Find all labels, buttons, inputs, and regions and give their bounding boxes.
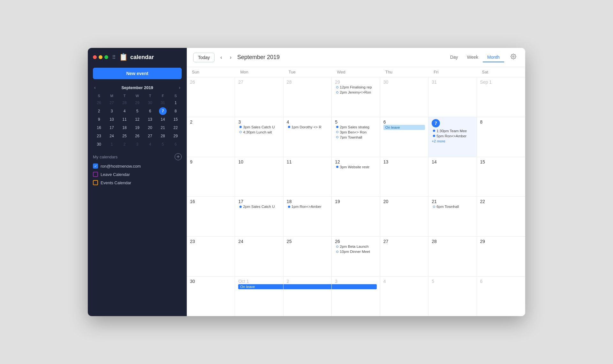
mini-day-today[interactable]: 7 [159,107,167,115]
today-button[interactable]: Today [193,53,215,62]
event[interactable]: 2pm Sales strateg [335,125,376,129]
close-button[interactable] [93,55,97,59]
day-cell[interactable]: 24 [235,237,283,276]
event[interactable]: 3pm Ben<> Ron [335,130,376,134]
calendar-item-events[interactable]: Events Calendar [93,180,182,185]
day-cell[interactable]: 8 [477,117,525,157]
event-bar[interactable]: On leave [383,125,425,130]
mini-day[interactable]: 26 [133,132,141,140]
event[interactable]: 1pm Dorothy <> R [287,125,328,129]
day-cell[interactable]: 18 1pm Ron<>Amber [284,197,332,236]
mini-day[interactable]: 12 [133,116,141,123]
mini-day[interactable]: 3 [133,140,141,148]
day-cell[interactable]: 4 1pm Dorothy <> R [284,117,332,157]
mini-day[interactable]: 2 [95,107,103,115]
event[interactable]: 12pm Finalising rep [335,85,376,89]
day-cell[interactable]: 14 [428,157,477,197]
day-cell[interactable]: Oct 1 On leave [235,277,283,316]
mini-day[interactable]: 22 [172,124,179,132]
mini-day[interactable]: 28 [121,99,128,107]
day-cell[interactable]: 19 [332,197,380,236]
day-cell[interactable]: 13 [380,157,428,197]
day-cell[interactable]: 28 [284,77,332,117]
mini-day[interactable]: 9 [95,116,103,123]
mini-day[interactable]: 3 [108,107,116,115]
mini-day[interactable]: 18 [121,124,128,132]
calendar-item-leave[interactable]: Leave Calendar [93,172,182,177]
day-cell[interactable]: 21 6pm Townhall [428,197,477,236]
mini-day[interactable]: 14 [159,116,167,123]
day-cell[interactable]: 26 2pm Beta Launch 10pm Dinner Meet [332,237,380,276]
event[interactable]: 2pm Beta Launch [335,244,376,249]
mini-day[interactable]: 1 [172,99,179,107]
day-cell[interactable]: 5 [428,277,477,316]
mini-day[interactable]: 21 [159,124,167,132]
day-cell[interactable]: 15 [477,157,525,197]
event[interactable]: 6pm Townhall [432,204,473,209]
mini-day[interactable]: 1 [108,140,116,148]
day-cell[interactable]: 6 [477,277,525,316]
mini-day[interactable]: 30 [95,140,103,148]
event[interactable]: 10pm Dinner Meet [335,249,376,254]
mini-day[interactable]: 17 [108,124,116,132]
event-bar-on-leave-end[interactable] [332,284,376,289]
day-cell[interactable]: Sep 1 [477,77,525,117]
event[interactable]: 1:30pm Team Mee [432,129,473,133]
day-cell[interactable]: 12 3pm Website restr [332,157,380,197]
mini-day[interactable]: 31 [159,99,167,107]
event[interactable]: 3pm Website restr [335,165,376,169]
minimize-button[interactable] [99,55,102,59]
mini-next-button[interactable]: › [178,84,182,91]
day-cell[interactable]: 3 3pm Sales Catch U 4:30pm Lunch wit [235,117,283,157]
day-cell[interactable]: 10 [235,157,283,197]
mini-day[interactable]: 29 [172,132,179,140]
calendar-checkbox-events[interactable] [93,180,98,185]
event-bar-on-leave[interactable]: On leave [238,284,283,289]
mini-day[interactable]: 30 [146,99,154,107]
event[interactable]: 2pm Sales Catch U [238,204,280,209]
event[interactable]: 3pm Sales Catch U [238,125,280,129]
mini-day[interactable]: 5 [133,107,141,115]
mini-day[interactable]: 27 [146,132,154,140]
day-cell[interactable]: 4 [380,277,428,316]
mini-day[interactable]: 26 [95,99,103,107]
day-cell[interactable]: 22 [477,197,525,236]
day-cell[interactable]: 27 [380,237,428,276]
mini-day[interactable]: 20 [146,124,154,132]
event[interactable]: 4:30pm Lunch wit [238,130,280,134]
day-cell[interactable]: 17 2pm Sales Catch U [235,197,283,236]
more-events-link[interactable]: +2 more [432,139,473,143]
calendar-checkbox-ron[interactable]: ✓ [93,163,98,169]
event[interactable]: 7pm Townhall [335,135,376,140]
view-week-button[interactable]: Week [463,53,483,62]
event[interactable]: 1pm Ron<>Amber [287,204,328,209]
day-cell[interactable]: 29 12pm Finalising rep 2pm Jeremy<>Ron [332,77,380,117]
day-cell[interactable]: 27 [235,77,283,117]
view-day-button[interactable]: Day [446,53,463,62]
maximize-button[interactable] [104,55,108,59]
mini-day[interactable]: 6 [172,140,179,148]
day-cell[interactable]: 20 [380,197,428,236]
prev-month-button[interactable]: ‹ [218,53,224,62]
day-cell-today[interactable]: 7 1:30pm Team Mee 5pm Ron<>Amber +2 more [428,117,477,157]
day-cell[interactable]: 26 [187,77,235,117]
day-cell[interactable]: 25 [284,237,332,276]
day-cell[interactable]: 29 [477,237,525,276]
mini-day[interactable]: 4 [146,140,154,148]
next-month-button[interactable]: › [228,53,233,62]
mini-day[interactable]: 11 [121,116,128,123]
mini-day[interactable]: 13 [146,116,154,123]
mini-day[interactable]: 29 [133,99,141,107]
day-cell[interactable]: 5 2pm Sales strateg 3pm Ben<> Ron 7pm To… [332,117,380,157]
day-cell[interactable]: 30 [380,77,428,117]
mini-day[interactable]: 27 [108,99,116,107]
day-cell[interactable]: 2 [284,277,332,316]
mini-day[interactable]: 19 [133,124,141,132]
mini-day[interactable]: 15 [172,116,179,123]
mini-day[interactable]: 8 [172,107,179,115]
day-cell[interactable]: 2 [187,117,235,157]
event[interactable]: 2pm Jeremy<>Ron [335,90,376,95]
event-bar-on-leave-mid[interactable] [284,284,331,289]
mini-day[interactable]: 16 [95,124,103,132]
mini-day[interactable]: 10 [108,116,116,123]
